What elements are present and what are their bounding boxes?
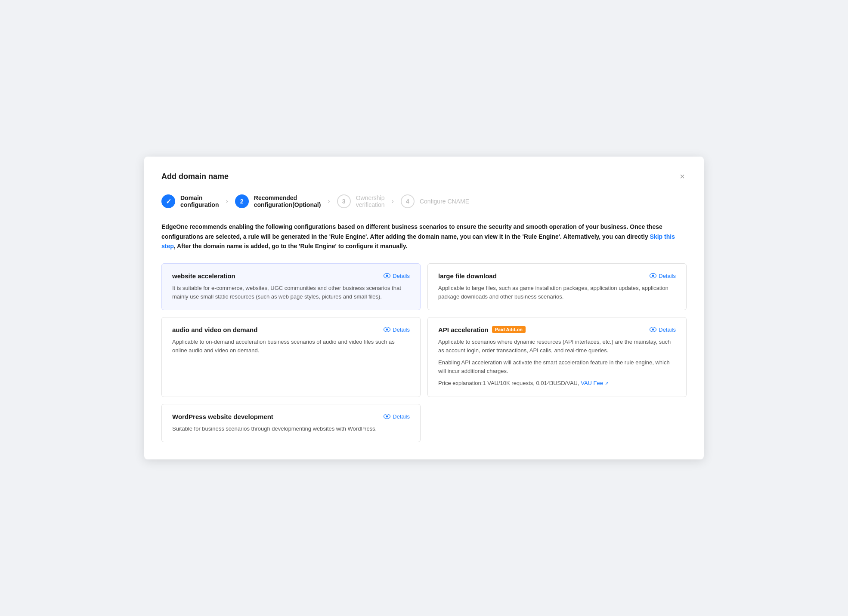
card-wordpress-development-header: WordPress website development Details [172, 413, 410, 420]
step-3-number: 3 [342, 198, 346, 205]
add-domain-modal: Add domain name × ✓ Domain configuration… [144, 157, 704, 459]
card-api-acceleration-desc-1: Applicable to scenarios where dynamic re… [438, 338, 676, 355]
card-wordpress-development-desc: Suitable for business scenarios through … [172, 425, 410, 433]
card-api-acceleration-title: API acceleration [438, 326, 489, 333]
card-large-file-download[interactable]: large file download Details Applicable t… [427, 263, 687, 310]
step-ownership-verification: 3 Ownership verification [337, 194, 385, 208]
step-arrow-2: › [328, 197, 330, 205]
step-arrow-1: › [226, 197, 228, 205]
modal-title: Add domain name [161, 172, 229, 181]
svg-point-5 [386, 329, 388, 331]
card-api-acceleration-desc-3: Price explanation:1 VAU/10K requests, 0.… [438, 379, 676, 388]
card-website-acceleration-desc: It is suitable for e-commerce, websites,… [172, 284, 410, 301]
step-4-number: 4 [406, 198, 409, 205]
card-website-acceleration-title-row: website acceleration [172, 272, 235, 280]
step-arrow-3: › [392, 197, 394, 205]
modal-header: Add domain name × [161, 170, 687, 182]
card-website-acceleration[interactable]: website acceleration Details It is suita… [161, 263, 421, 310]
svg-point-9 [386, 416, 388, 418]
card-wordpress-development-title: WordPress website development [172, 413, 273, 420]
skip-step-link[interactable]: Skip this step [161, 233, 675, 249]
step-2-label-sub: configuration(Optional) [254, 201, 321, 208]
card-api-acceleration-desc: Applicable to scenarios where dynamic re… [438, 338, 676, 388]
card-audio-video-demand-title-row: audio and video on demand [172, 326, 257, 333]
card-audio-video-demand-header: audio and video on demand Details [172, 326, 410, 333]
steps-bar: ✓ Domain configuration › 2 Recommended c… [161, 194, 687, 208]
step-3-circle: 3 [337, 194, 351, 208]
step-4-label-main: Configure CNAME [420, 198, 469, 205]
card-audio-video-demand[interactable]: audio and video on demand Details Applic… [161, 317, 421, 397]
vau-fee-link[interactable]: VAU Fee ↗ [581, 380, 608, 386]
card-website-acceleration-title: website acceleration [172, 272, 235, 280]
card-large-file-download-header: large file download Details [438, 272, 676, 280]
description-text: EdgeOne recommends enabling the followin… [161, 222, 687, 251]
card-large-file-download-desc: Applicable to large files, such as game … [438, 284, 676, 301]
step-domain-configuration: ✓ Domain configuration [161, 194, 219, 208]
step-2-label-main: Recommended [254, 194, 321, 201]
eye-icon [384, 273, 390, 278]
card-api-acceleration[interactable]: API acceleration Paid Add-on Details App… [427, 317, 687, 397]
card-website-acceleration-header: website acceleration Details [172, 272, 410, 280]
svg-point-1 [386, 275, 388, 277]
card-large-file-download-details-link[interactable]: Details [650, 273, 676, 279]
card-audio-video-demand-title: audio and video on demand [172, 326, 257, 333]
step-2-number: 2 [240, 198, 244, 205]
configuration-cards-grid: website acceleration Details It is suita… [161, 263, 687, 442]
step-configure-cname: 4 Configure CNAME [401, 194, 469, 208]
eye-icon [384, 327, 390, 332]
step-recommended-configuration: 2 Recommended configuration(Optional) [235, 194, 321, 208]
card-api-acceleration-details-link[interactable]: Details [650, 326, 676, 333]
eye-icon [650, 327, 656, 332]
eye-icon [384, 414, 390, 419]
paid-add-on-badge: Paid Add-on [492, 326, 526, 333]
step-4-circle: 4 [401, 194, 415, 208]
card-large-file-download-title-row: large file download [438, 272, 497, 280]
card-wordpress-development[interactable]: WordPress website development Details Su… [161, 404, 421, 442]
step-3-label-sub: verification [356, 201, 385, 208]
step-4-label: Configure CNAME [420, 198, 469, 205]
step-3-label-main: Ownership [356, 194, 385, 201]
step-1-label: Domain configuration [180, 194, 219, 208]
checkmark-icon: ✓ [166, 197, 171, 206]
eye-icon [650, 273, 656, 278]
svg-point-3 [652, 275, 654, 277]
step-2-label: Recommended configuration(Optional) [254, 194, 321, 208]
svg-point-7 [652, 329, 654, 331]
card-wordpress-development-title-row: WordPress website development [172, 413, 273, 420]
step-1-label-sub: configuration [180, 201, 219, 208]
card-api-acceleration-header: API acceleration Paid Add-on Details [438, 326, 676, 333]
card-audio-video-demand-details-link[interactable]: Details [384, 326, 410, 333]
close-button[interactable]: × [678, 170, 687, 182]
card-audio-video-demand-desc: Applicable to on-demand acceleration bus… [172, 338, 410, 355]
card-website-acceleration-details-link[interactable]: Details [384, 273, 410, 279]
step-2-circle: 2 [235, 194, 249, 208]
step-3-label: Ownership verification [356, 194, 385, 208]
card-api-acceleration-desc-2: Enabling API acceleration will activate … [438, 358, 676, 376]
card-api-acceleration-title-row: API acceleration Paid Add-on [438, 326, 526, 333]
step-1-circle: ✓ [161, 194, 175, 208]
card-wordpress-development-details-link[interactable]: Details [384, 413, 410, 420]
card-large-file-download-title: large file download [438, 272, 497, 280]
external-link-icon: ↗ [605, 381, 609, 386]
step-1-label-main: Domain [180, 194, 219, 201]
